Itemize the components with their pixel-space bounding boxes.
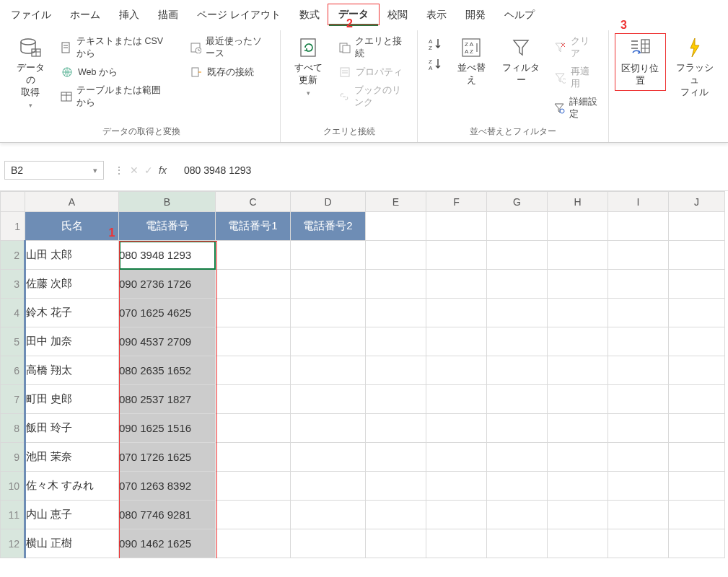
cell[interactable]: 佐藤 次郎 <box>25 270 119 299</box>
menu-数式[interactable]: 数式 <box>290 6 329 25</box>
cell[interactable] <box>366 443 426 472</box>
cell[interactable] <box>291 241 366 270</box>
cell[interactable] <box>669 385 725 414</box>
cell[interactable] <box>366 327 426 356</box>
cell[interactable] <box>366 241 426 270</box>
cell[interactable]: 佐々木 すみれ <box>25 472 119 501</box>
cell[interactable] <box>548 501 608 529</box>
cell[interactable] <box>366 501 426 529</box>
cell[interactable] <box>291 501 366 529</box>
cell[interactable] <box>608 299 669 327</box>
row-header-12[interactable]: 12 <box>1 529 25 558</box>
cell[interactable] <box>669 356 725 385</box>
cell[interactable] <box>548 356 608 385</box>
row-header-5[interactable]: 5 <box>1 327 25 356</box>
enter-icon[interactable]: ✓ <box>144 164 153 176</box>
menu-ページ レイアウト[interactable]: ページ レイアウト <box>188 6 290 25</box>
formula-input[interactable]: 080 3948 1293 <box>177 162 724 179</box>
menu-ファイル[interactable]: ファイル <box>1 6 61 25</box>
cell[interactable] <box>426 212 487 241</box>
cell[interactable]: 池田 茉奈 <box>25 443 119 472</box>
cell[interactable] <box>487 472 548 501</box>
row-header-4[interactable]: 4 <box>1 299 25 327</box>
flash-fill-button[interactable]: フラッシュ フィル <box>670 33 719 102</box>
from-web-button[interactable]: Web から <box>56 63 174 81</box>
row-header-2[interactable]: 2 <box>1 241 25 270</box>
cell[interactable]: 080 3948 1293 <box>119 241 216 270</box>
cell[interactable] <box>426 472 487 501</box>
fx-icon[interactable]: fx <box>159 164 167 176</box>
cell[interactable]: 070 1263 8392 <box>119 472 216 501</box>
cell[interactable] <box>669 299 725 327</box>
cell[interactable] <box>608 356 669 385</box>
cell[interactable] <box>216 501 291 529</box>
cell[interactable] <box>669 501 725 529</box>
cell[interactable] <box>426 414 487 443</box>
cell[interactable] <box>291 356 366 385</box>
row-header-9[interactable]: 9 <box>1 443 25 472</box>
cell[interactable] <box>608 327 669 356</box>
cell[interactable]: 内山 恵子 <box>25 501 119 529</box>
text-to-columns-button[interactable]: 区切り位置 <box>615 33 665 91</box>
col-header-F[interactable]: F <box>426 192 487 212</box>
cell[interactable] <box>291 472 366 501</box>
cell[interactable] <box>669 472 725 501</box>
refresh-all-button[interactable]: すべて 更新 ▾ <box>286 33 330 100</box>
table-header-cell[interactable]: 電話番号2 <box>291 212 366 241</box>
cell[interactable] <box>216 241 291 270</box>
col-header-D[interactable]: D <box>291 192 366 212</box>
cell[interactable] <box>216 327 291 356</box>
cell[interactable] <box>291 385 366 414</box>
cell[interactable]: 山田 太郎 <box>25 241 119 270</box>
cell[interactable] <box>669 414 725 443</box>
cell[interactable] <box>669 327 725 356</box>
cell[interactable] <box>216 356 291 385</box>
col-header-G[interactable]: G <box>487 192 548 212</box>
cell[interactable] <box>608 472 669 501</box>
cell[interactable] <box>291 443 366 472</box>
cell[interactable]: 横山 正樹 <box>25 529 119 558</box>
queries-connections-button[interactable]: クエリと接続 <box>334 33 411 62</box>
cell[interactable]: 070 1625 4625 <box>119 299 216 327</box>
cell[interactable] <box>426 241 487 270</box>
cell[interactable] <box>487 299 548 327</box>
cell[interactable] <box>487 529 548 558</box>
col-header-H[interactable]: H <box>548 192 608 212</box>
cell[interactable] <box>548 241 608 270</box>
cell[interactable] <box>487 501 548 529</box>
cell[interactable]: 080 2635 1652 <box>119 356 216 385</box>
cell[interactable] <box>291 327 366 356</box>
cell[interactable] <box>291 270 366 299</box>
cell[interactable] <box>216 529 291 558</box>
cell[interactable] <box>487 327 548 356</box>
cell[interactable]: 町田 史郎 <box>25 385 119 414</box>
name-box[interactable]: B2 ▾ <box>4 161 104 180</box>
col-header-J[interactable]: J <box>669 192 725 212</box>
cell[interactable] <box>548 472 608 501</box>
cell[interactable]: 080 2537 1827 <box>119 385 216 414</box>
cell[interactable] <box>426 529 487 558</box>
cell[interactable] <box>608 529 669 558</box>
cell[interactable] <box>366 356 426 385</box>
cell[interactable] <box>548 299 608 327</box>
cell[interactable] <box>548 385 608 414</box>
menu-ヘルプ[interactable]: ヘルプ <box>495 6 544 25</box>
from-table-button[interactable]: テーブルまたは範囲から <box>56 82 174 111</box>
cell[interactable] <box>291 299 366 327</box>
cell[interactable] <box>366 270 426 299</box>
cell[interactable]: 鈴木 花子 <box>25 299 119 327</box>
cell[interactable] <box>669 241 725 270</box>
cell[interactable] <box>487 270 548 299</box>
cell[interactable] <box>669 443 725 472</box>
cell[interactable] <box>608 385 669 414</box>
menu-描画[interactable]: 描画 <box>149 6 188 25</box>
cell[interactable] <box>608 501 669 529</box>
cell[interactable]: 田中 加奈 <box>25 327 119 356</box>
cell[interactable] <box>426 270 487 299</box>
table-header-cell[interactable]: 電話番号 <box>119 212 216 241</box>
cell[interactable] <box>487 212 548 241</box>
cell[interactable] <box>426 443 487 472</box>
cell[interactable] <box>548 529 608 558</box>
cell[interactable] <box>548 414 608 443</box>
cell[interactable] <box>669 212 725 241</box>
